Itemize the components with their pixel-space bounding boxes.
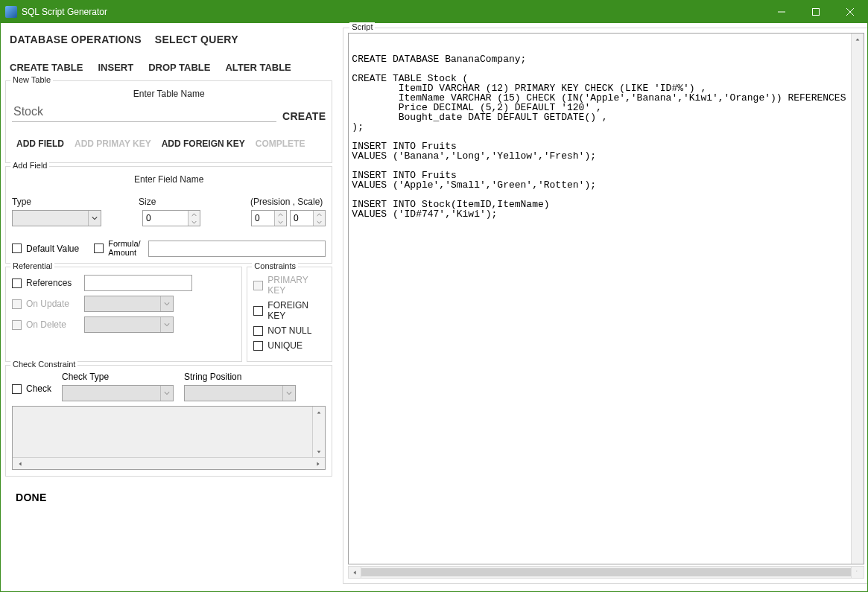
subtab-add-field[interactable]: ADD FIELD: [16, 139, 64, 149]
script-textarea[interactable]: CREATE DATABASE BananaCompany; CREATE TA…: [348, 33, 864, 564]
check-constraint-textarea[interactable]: [12, 406, 326, 470]
tab-select-query[interactable]: SELECT QUERY: [155, 34, 238, 45]
scroll-up-icon[interactable]: [313, 407, 324, 418]
maximize-button[interactable]: [799, 1, 833, 23]
check-checkbox[interactable]: [12, 384, 22, 394]
scroll-right-icon[interactable]: [312, 458, 323, 469]
default-value-checkbox[interactable]: [12, 244, 22, 253]
on-delete-label: On Delete: [26, 319, 80, 330]
spinner-down-icon[interactable]: [314, 218, 325, 226]
precision-scale-label: (Presision , Scale): [250, 197, 326, 207]
done-button[interactable]: DONE: [1, 480, 338, 503]
on-delete-select[interactable]: [84, 316, 174, 333]
tab-alter-table[interactable]: ALTER TABLE: [225, 62, 291, 73]
check-constraint-group: Check Constraint Check Check Type: [5, 365, 332, 477]
constraints-legend: Constraints: [252, 261, 298, 270]
script-vertical-scrollbar[interactable]: [851, 34, 864, 564]
references-label: References: [26, 278, 80, 288]
check-label: Check: [26, 383, 51, 394]
default-value-label: Default Value: [26, 244, 79, 254]
not-null-checkbox[interactable]: [253, 326, 263, 336]
minimize-button[interactable]: [764, 1, 799, 23]
unique-checkbox[interactable]: [253, 341, 263, 351]
chevron-down-icon: [160, 317, 173, 332]
new-table-subtabs: ADD FIELD ADD PRIMAY KEY ADD FOREIGN KEY…: [12, 122, 326, 155]
vertical-scrollbar[interactable]: [312, 407, 325, 457]
subtab-complete[interactable]: COMPLETE: [256, 139, 305, 149]
left-panel: DATABASE OPERATIONS SELECT QUERY CREATE …: [1, 23, 338, 591]
check-constraint-legend: Check Constraint: [10, 360, 77, 369]
chevron-down-icon: [282, 386, 295, 401]
scale-spinner[interactable]: 0: [290, 210, 326, 226]
spinner-down-icon[interactable]: [189, 218, 200, 226]
script-legend: Script: [349, 22, 375, 31]
tab-insert[interactable]: INSERT: [98, 62, 133, 73]
type-label: Type: [12, 197, 139, 207]
referential-legend: Referential: [10, 261, 54, 270]
formula-amount-input[interactable]: [148, 241, 326, 257]
precision-spinner[interactable]: 0: [251, 210, 287, 226]
foreign-key-checkbox[interactable]: [253, 306, 263, 316]
check-type-select[interactable]: [62, 385, 174, 401]
referential-group: Referential References On Update: [5, 267, 242, 362]
tab-create-table[interactable]: CREATE TABLE: [10, 62, 83, 73]
horizontal-scrollbar[interactable]: [13, 457, 325, 469]
right-panel: Script CREATE DATABASE BananaCompany; CR…: [338, 23, 868, 591]
subtab-add-foreign-key[interactable]: ADD FOREIGN KEY: [162, 139, 245, 149]
script-horizontal-scrollbar[interactable]: [348, 566, 864, 579]
constraints-group: Constraints PRIMARY KEY FOREIGN KEY NOT …: [247, 267, 332, 362]
on-update-select[interactable]: [84, 296, 174, 312]
new-table-group: New Table Enter Table Name CREATE ADD FI…: [5, 80, 332, 163]
tab-drop-table[interactable]: DROP TABLE: [148, 62, 210, 73]
titlebar: SQL Script Generator: [1, 1, 867, 23]
primary-key-label: PRIMARY KEY: [267, 275, 326, 296]
scroll-left-icon[interactable]: [349, 567, 361, 578]
not-null-label: NOT NULL: [267, 325, 311, 336]
scroll-right-icon[interactable]: [851, 567, 864, 579]
references-checkbox[interactable]: [12, 279, 22, 288]
primary-key-checkbox[interactable]: [253, 281, 263, 290]
subtab-add-primary-key[interactable]: ADD PRIMAY KEY: [75, 139, 151, 149]
chevron-down-icon: [160, 386, 173, 401]
close-button[interactable]: [833, 1, 867, 23]
add-field-legend: Add Field: [10, 161, 49, 170]
window-title: SQL Script Generator: [22, 7, 764, 17]
string-position-select[interactable]: [184, 385, 296, 401]
references-input[interactable]: [84, 275, 192, 291]
chevron-down-icon: [88, 211, 101, 226]
foreign-key-label: FOREIGN KEY: [267, 300, 326, 321]
size-spinner[interactable]: 0: [142, 210, 200, 226]
on-delete-checkbox[interactable]: [12, 320, 22, 330]
create-button[interactable]: CREATE: [282, 110, 326, 122]
size-label: Size: [139, 197, 250, 207]
top-tabs: DATABASE OPERATIONS SELECT QUERY: [1, 23, 338, 48]
formula-amount-label: Formula/ Amount: [108, 240, 140, 257]
spinner-up-icon[interactable]: [275, 211, 286, 218]
spinner-up-icon[interactable]: [314, 211, 325, 218]
script-group: Script CREATE DATABASE BananaCompany; CR…: [343, 28, 868, 584]
type-select[interactable]: [12, 210, 101, 226]
new-table-legend: New Table: [10, 75, 53, 84]
check-type-label: Check Type: [62, 372, 174, 382]
operation-tabs: CREATE TABLE INSERT DROP TABLE ALTER TAB…: [1, 48, 338, 77]
scroll-down-icon[interactable]: [313, 446, 324, 457]
table-name-input[interactable]: [12, 102, 276, 122]
app-icon: [5, 6, 17, 18]
script-content: CREATE DATABASE BananaCompany; CREATE TA…: [352, 54, 861, 219]
chevron-down-icon: [160, 296, 173, 311]
spinner-up-icon[interactable]: [189, 211, 200, 218]
scrollbar-thumb[interactable]: [361, 568, 851, 576]
unique-label: UNIQUE: [267, 340, 302, 351]
add-field-group: Add Field Enter Field Name Type Size (Pr…: [5, 166, 332, 264]
svg-rect-1: [813, 9, 820, 16]
on-update-checkbox[interactable]: [12, 299, 22, 309]
scroll-left-icon[interactable]: [14, 458, 25, 469]
formula-amount-checkbox[interactable]: [94, 244, 104, 253]
tab-database-operations[interactable]: DATABASE OPERATIONS: [10, 34, 142, 45]
enter-table-name-label: Enter Table Name: [12, 84, 326, 102]
spinner-down-icon[interactable]: [275, 218, 286, 226]
scroll-up-icon[interactable]: [852, 34, 863, 45]
on-update-label: On Update: [26, 299, 80, 309]
enter-field-name-label: Enter Field Name: [12, 170, 326, 188]
string-position-label: String Position: [184, 372, 296, 382]
